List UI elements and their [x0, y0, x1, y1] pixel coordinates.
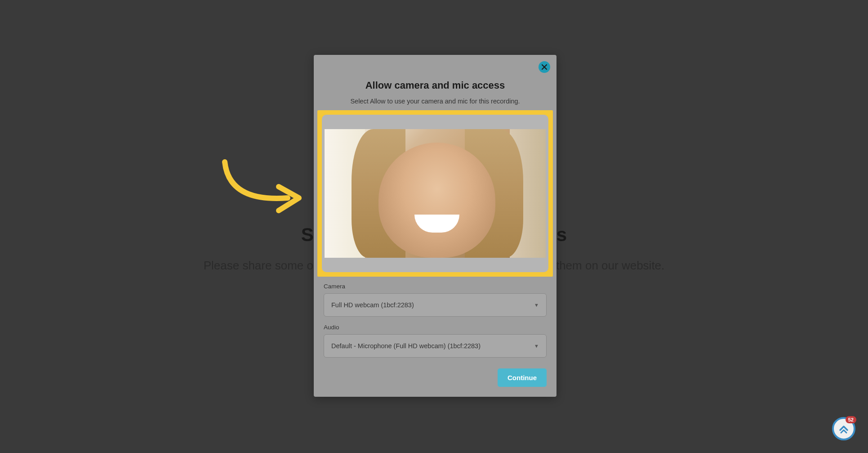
camera-preview-image — [325, 129, 546, 258]
modal-subtitle: Select Allow to use your camera and mic … — [314, 98, 556, 110]
close-button[interactable] — [539, 61, 550, 73]
camera-select-value: Full HD webcam (1bcf:2283) — [331, 301, 414, 309]
chevron-down-icon: ▼ — [534, 343, 539, 349]
chevron-up-circle-icon — [837, 422, 850, 435]
camera-label: Camera — [324, 283, 547, 290]
camera-select[interactable]: Full HD webcam (1bcf:2283) ▼ — [324, 293, 547, 317]
close-icon — [541, 64, 548, 70]
modal-title: Allow camera and mic access — [314, 55, 556, 98]
camera-preview-container — [322, 115, 548, 272]
camera-preview-highlight — [317, 110, 553, 277]
notification-count-badge: 52 — [846, 416, 856, 423]
chevron-down-icon: ▼ — [534, 302, 539, 308]
audio-select[interactable]: Default - Microphone (Full HD webcam) (1… — [324, 334, 547, 358]
audio-label: Audio — [324, 324, 547, 331]
help-widget-button[interactable]: 52 — [832, 417, 855, 440]
modal-footer: Continue — [314, 365, 556, 397]
permissions-modal: Allow camera and mic access Select Allow… — [314, 55, 556, 397]
continue-button[interactable]: Continue — [498, 368, 547, 387]
device-form: Camera Full HD webcam (1bcf:2283) ▼ Audi… — [314, 277, 556, 358]
audio-select-value: Default - Microphone (Full HD webcam) (1… — [331, 342, 481, 350]
